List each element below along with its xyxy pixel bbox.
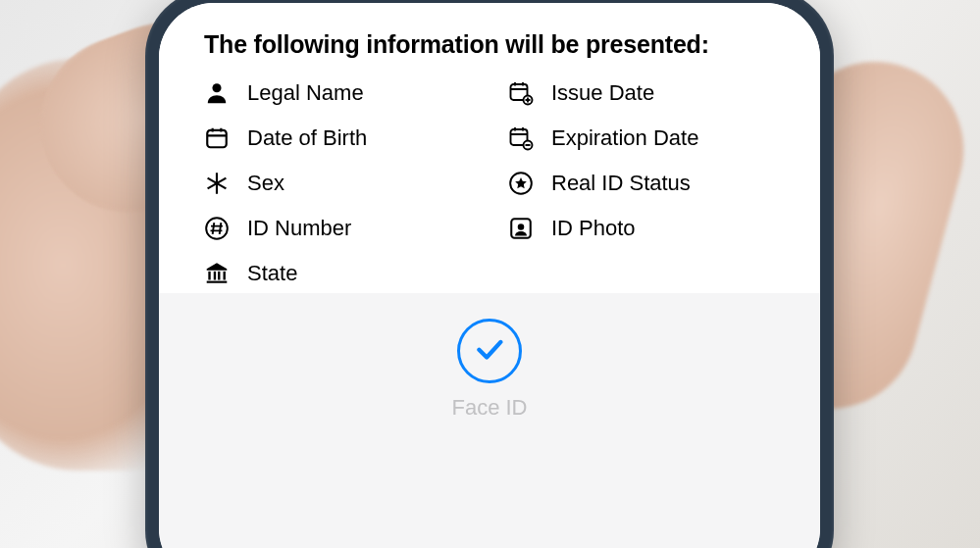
field-label: Issue Date (551, 80, 654, 106)
checkmark-icon (473, 332, 506, 370)
asterisk-icon (204, 171, 230, 196)
calendar-minus-icon (508, 125, 534, 151)
footer-area: Face ID (159, 293, 820, 548)
svg-point-0 (212, 83, 221, 92)
photo-id-icon (508, 216, 534, 241)
svg-line-6 (213, 223, 215, 234)
field-id-photo: ID Photo (508, 216, 775, 241)
field-sex: Sex (204, 171, 471, 196)
field-label: ID Number (247, 216, 351, 241)
phone-frame: The following information will be presen… (145, 0, 834, 548)
card-title: The following information will be presen… (204, 30, 775, 59)
field-label: State (247, 261, 297, 286)
faceid-confirm-button[interactable] (457, 319, 522, 383)
field-expiration-date: Expiration Date (508, 125, 775, 151)
field-real-id-status: Real ID Status (508, 171, 775, 196)
phone-screen: The following information will be presen… (159, 3, 820, 548)
field-legal-name: Legal Name (204, 80, 471, 106)
fields-col-right: Issue Date Expiration Date Real ID Statu… (508, 80, 775, 286)
field-label: Real ID Status (551, 171, 691, 196)
field-label: Date of Birth (247, 125, 367, 151)
svg-rect-11 (214, 272, 216, 280)
field-issue-date: Issue Date (508, 80, 775, 106)
field-state: State (204, 261, 471, 286)
calendar-icon (204, 125, 230, 151)
svg-line-7 (220, 223, 222, 234)
hash-circle-icon (204, 216, 230, 241)
svg-rect-13 (224, 272, 226, 280)
field-label: ID Photo (551, 216, 636, 241)
svg-point-5 (206, 218, 228, 239)
svg-rect-12 (218, 272, 220, 280)
svg-point-30 (518, 224, 525, 230)
field-label: Legal Name (247, 80, 364, 106)
info-card: The following information will be presen… (159, 3, 820, 286)
person-icon (204, 80, 230, 106)
field-label: Expiration Date (551, 125, 698, 151)
field-label: Sex (247, 171, 284, 196)
field-id-number: ID Number (204, 216, 471, 241)
svg-rect-1 (207, 130, 227, 147)
svg-rect-14 (207, 281, 228, 283)
svg-rect-10 (208, 272, 210, 280)
star-circle-icon (508, 171, 534, 196)
institution-icon (204, 261, 230, 286)
fields-columns: Legal Name Date of Birth Sex (204, 80, 775, 286)
faceid-label: Face ID (451, 395, 527, 421)
field-date-of-birth: Date of Birth (204, 125, 471, 151)
fields-col-left: Legal Name Date of Birth Sex (204, 80, 471, 286)
calendar-plus-icon (508, 80, 534, 106)
